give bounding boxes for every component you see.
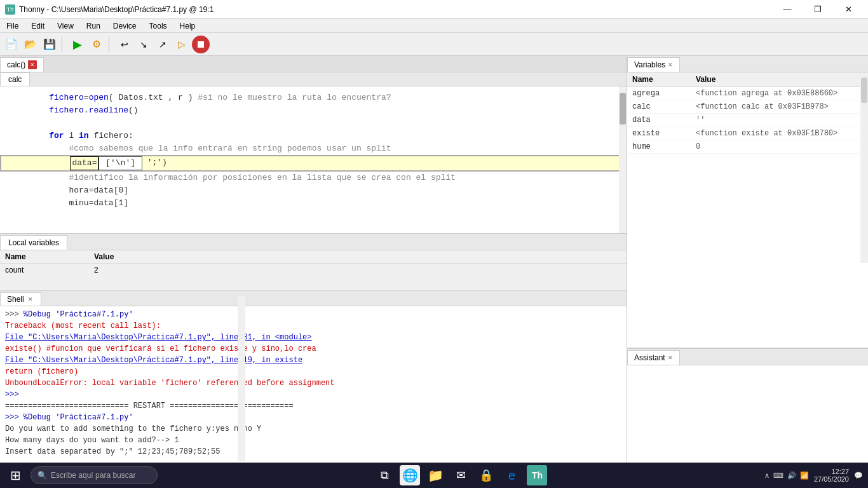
menu-edit[interactable]: Edit [25,19,51,33]
code-subtab-calc[interactable]: calc [0,72,30,86]
menu-run[interactable]: Run [80,19,107,33]
local-vars-tab[interactable]: Local variables [0,235,67,250]
tray-volume[interactable]: 🔊 [787,471,796,480]
shell-tab[interactable]: Shell ✕ [0,292,41,306]
taskbar-mail[interactable]: ✉ [451,465,471,485]
shell-error-4: UnboundLocalError: local variable 'fiche… [5,377,621,389]
shell-tab-bar: Shell ✕ [0,291,627,306]
shell-error-2: existe() #funcion que verificará si el f… [5,343,621,355]
close-button[interactable]: ✕ [834,0,863,19]
code-line-7: #identifico la información por posicione… [0,172,627,184]
variables-tab-close[interactable]: ✕ [668,62,673,68]
minimize-button[interactable]: — [773,0,802,19]
menu-tools[interactable]: Tools [143,19,173,33]
assistant-tab-bar: Assistant ✕ [627,349,868,365]
shell-output-2: Do you want to add something to the fich… [5,423,621,435]
step-out-button[interactable]: ↗ [154,36,172,53]
shell-scrollbar[interactable] [238,296,245,461]
local-vars-tab-bar: Local variables [0,234,627,250]
taskbar-chrome[interactable]: 🌐 [400,465,420,485]
taskbar-thonny[interactable]: Th [527,465,547,485]
var-row-agrega: agrega <function agrega at 0x03E88660> [627,87,868,100]
maximize-button[interactable]: ❐ [803,0,832,19]
shell-section: Shell ✕ >>> %Debug 'Práctica#7.1.py' Tra… [0,291,627,463]
local-vars-section: Local variables Name Value count 2 [0,234,627,291]
taskbar-edge[interactable]: e [501,465,522,485]
clock[interactable]: 12:27 27/05/2020 [814,468,849,483]
shell-output[interactable]: >>> %Debug 'Práctica#7.1.py' Traceback (… [0,306,627,463]
tray-keyboard[interactable]: ⌨ [773,471,783,480]
new-file-button[interactable]: 📄 [3,36,20,53]
code-line-2: fichero.readline() [0,104,627,117]
taskbar-task-view[interactable]: ⧉ [374,465,395,485]
start-button[interactable]: ⊞ [3,463,28,488]
assistant-tab[interactable]: Assistant ✕ [627,350,680,365]
code-line-6-highlighted[interactable]: data= ['\n'] ';') [0,155,627,172]
taskbar-left: ⊞ 🔍 Escribe aquí para buscar [0,463,158,488]
save-file-button[interactable]: 💾 [41,36,58,53]
clock-date: 27/05/2020 [814,475,849,483]
clock-time: 12:27 [814,468,849,475]
debug-button[interactable]: ⚙ [88,36,105,53]
menu-device[interactable]: Device [107,19,143,33]
variables-tab-label: Variables [634,60,665,69]
shell-restart: =========================== RESTART ====… [5,400,621,412]
shell-line-2: >>> %Debug 'Práctica#7.1.py' [5,412,621,423]
app-icon: Th [5,4,15,15]
shell-tab-close[interactable]: ✕ [27,295,34,303]
window-controls: — ❐ ✕ [773,0,863,19]
shell-output-4: Insert data separated by ";" 12;23;45;78… [5,446,621,458]
assistant-panel: Assistant ✕ [627,348,868,463]
shell-link-1[interactable]: File "C:\Users\Maria\Desktop\Práctica#7.… [5,332,621,343]
shell-tab-label: Shell [7,295,24,304]
menu-help[interactable]: Help [173,19,202,33]
shell-prompt-1: >>> [5,389,621,400]
variables-scrollbar-thumb [861,78,867,103]
step-over-button[interactable]: ↩ [116,36,133,53]
menu-bar: File Edit View Run Device Tools Help [0,19,868,33]
code-line-8: hora=data[0] [0,184,627,197]
step-into-button[interactable]: ↘ [135,36,153,53]
variables-scrollbar[interactable] [860,72,868,263]
variables-tab[interactable]: Variables ✕ [627,57,680,72]
local-vars-header: Name Value [0,250,627,264]
menu-file[interactable]: File [0,19,25,33]
toolbar: 📄 📂 💾 ▶ ⚙ ↩ ↘ ↗ ▷ ⏹ [0,33,868,56]
code-line-5: #como sabemos que la info entrará en str… [0,142,627,155]
titlebar-left: Th Thonny - C:\Users\Maria\Desktop\Práct… [5,4,214,15]
code-line-9: minu=data[1] [0,197,627,210]
titlebar: Th Thonny - C:\Users\Maria\Desktop\Práct… [0,0,868,19]
editor-tab-bar: calc() ✕ [0,56,627,72]
search-bar[interactable]: 🔍 Escribe aquí para buscar [31,466,158,484]
code-line-4: for i in fichero: [0,130,627,142]
run-button[interactable]: ▶ [69,36,86,53]
variables-table-header: Name Value [627,72,868,87]
variables-list: agrega <function agrega at 0x03E88660> c… [627,87,868,348]
shell-line-1: >>> %Debug 'Práctica#7.1.py' [5,309,621,320]
editor-scrollbar-thumb [620,93,626,125]
code-content: fichero=open( Datos.txt , r ) #si no le … [0,86,627,233]
taskbar-files[interactable]: 📁 [425,465,445,485]
notification-icon[interactable]: 💬 [854,471,863,480]
code-editor-area[interactable]: fichero=open( Datos.txt , r ) #si no le … [0,86,627,233]
local-var-count-row: count 2 [0,264,627,277]
code-subtab-bar: calc [0,72,627,86]
tray-up-arrow[interactable]: ∧ [764,471,770,480]
shell-link-2[interactable]: File "C:\Users\Maria\Desktop\Práctica#7.… [5,355,621,366]
assistant-content [627,365,868,463]
editor-tab-close[interactable]: ✕ [28,60,37,69]
code-line-1: fichero=open( Datos.txt , r ) #si no le … [0,92,627,104]
editor-tab-calc[interactable]: calc() ✕ [0,57,44,72]
shell-error-3: return (fichero) [5,366,621,377]
menu-view[interactable]: View [51,19,80,33]
toolbar-separator-1 [62,37,65,52]
resume-button[interactable]: ▷ [173,36,191,53]
taskbar-right: ∧ ⌨ 🔊 📶 12:27 27/05/2020 💬 [764,468,868,483]
stop-button[interactable]: ⏹ [192,36,210,53]
tray-network[interactable]: 📶 [800,471,809,480]
open-file-button[interactable]: 📂 [22,36,39,53]
taskbar-security[interactable]: 🔒 [476,465,496,485]
editor-scrollbar[interactable] [619,86,627,233]
search-placeholder: Escribe aquí para buscar [51,471,135,480]
assistant-tab-close[interactable]: ✕ [668,355,673,361]
